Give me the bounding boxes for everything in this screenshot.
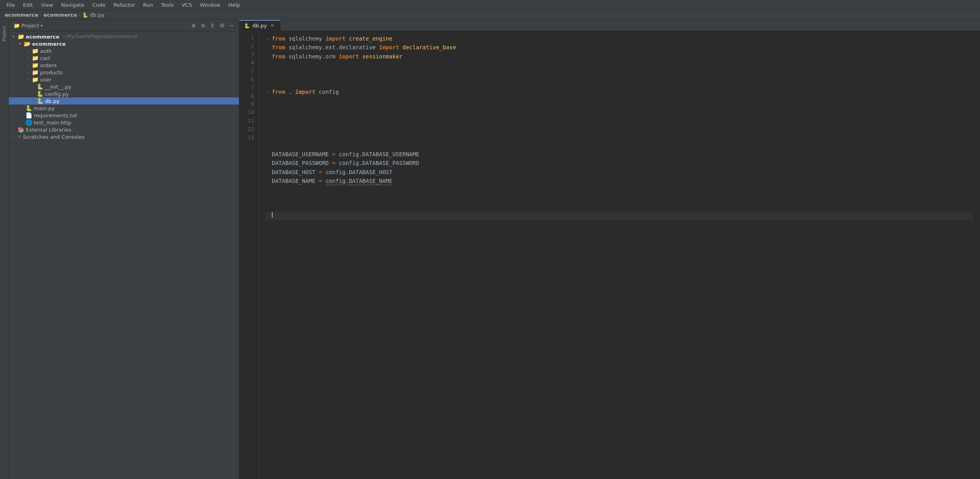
tree-orders[interactable]: › 📁 orders (9, 62, 239, 69)
var-db-host: DATABASE_HOST (272, 168, 319, 176)
tree-test-http[interactable]: 🌐 test_main.http (9, 119, 239, 126)
tree-config-label: config.py (45, 91, 69, 97)
line-num-6: 6 (242, 76, 254, 84)
kw-from-3: from (272, 52, 289, 61)
tree-root-label: ecommerce (26, 34, 59, 40)
tree-arrow-cart: › (25, 56, 31, 60)
tree-orders-label: orders (40, 62, 56, 68)
menu-run[interactable]: Run (140, 1, 156, 9)
line-num-7: 7 (242, 84, 254, 92)
fold-gutter-8 (265, 152, 272, 158)
tree-arrow-auth: › (25, 49, 31, 53)
code-line-8: DATABASE_USERNAME = config.DATABASE_USER… (265, 150, 974, 159)
collapse-all-button[interactable]: ≡ (199, 21, 207, 29)
op-eq-9: = (332, 159, 339, 167)
tree-user-label: user (40, 77, 51, 83)
library-icon: 📚 (17, 126, 24, 133)
fold-gutter-9 (265, 161, 272, 167)
code-line-1: ▾ from sqlalchemy import create_engine (265, 34, 974, 43)
vertical-sidebar: Project (0, 20, 9, 479)
tree-scratch-label: Scratches and Consoles (23, 134, 85, 140)
tree-config-py[interactable]: 🐍 config.py (9, 90, 239, 97)
fold-gutter-6 (265, 99, 272, 105)
tree-external-libs[interactable]: › 📚 External Libraries (9, 126, 239, 133)
settings-button[interactable]: ⚙ (218, 21, 227, 29)
project-panel: 📁 Project ▾ ⊕ ≡ ⇕ ⚙ − ▾ 📁 ecommerce ~/Py… (9, 20, 239, 479)
tab-close-button[interactable]: ✕ (269, 23, 275, 29)
menu-file[interactable]: File (3, 1, 18, 9)
tree-db-py[interactable]: 🐍 db.py (9, 97, 239, 105)
menu-window[interactable]: Window (197, 1, 223, 9)
tree-main-py[interactable]: 🐍 main.py (9, 105, 239, 112)
fold-gutter-4 (265, 63, 272, 69)
fold-gutter-13 (265, 213, 272, 220)
menu-code[interactable]: Code (89, 1, 108, 9)
code-line-12 (265, 186, 974, 212)
fold-gutter-7 (265, 125, 272, 132)
root-folder-icon: 📁 (17, 33, 24, 40)
http-icon: 🌐 (25, 119, 32, 126)
code-line-2: from sqlalchemy.ext.declarative import d… (265, 43, 974, 52)
breadcrumb-filename: db.py (90, 12, 105, 18)
menu-tools[interactable]: Tools (158, 1, 177, 9)
tab-label: db.py (252, 23, 267, 29)
kw2-import-5: import (295, 87, 319, 96)
mod-sqlalchemy-1: sqlalchemy (289, 34, 325, 43)
line-num-3: 3 (242, 51, 254, 59)
add-content-root-button[interactable]: ⊕ (190, 21, 198, 29)
func-create-engine: create_engine (349, 34, 393, 43)
tree-ext-label: External Libraries (26, 127, 71, 133)
tree-root[interactable]: ▾ 📁 ecommerce ~/PycharmProjects/ecommerc… (9, 33, 239, 40)
line-num-2: 2 (242, 43, 254, 51)
menu-refactor[interactable]: Refactor (110, 1, 138, 9)
menu-view[interactable]: View (38, 1, 56, 9)
menu-help[interactable]: Help (225, 1, 243, 9)
op-eq-8: = (332, 150, 339, 159)
expand-all-button[interactable]: ⇕ (209, 21, 217, 29)
config-db-username: config.DATABASE_USERNAME (339, 150, 419, 159)
code-line-10: DATABASE_HOST = config.DATABASE_HOST (265, 168, 974, 176)
panel-title-button[interactable]: 📁 Project ▾ (12, 22, 45, 29)
fold-gutter-5[interactable]: ▾ (265, 89, 272, 96)
minimize-button[interactable]: − (228, 21, 236, 29)
tree-products[interactable]: › 📁 products (9, 69, 239, 76)
requirements-icon: 📄 (25, 112, 32, 118)
tree-cart-label: cart (40, 55, 50, 61)
code-line-11: DATABASE_NAME = config.DATABASE_NAME (265, 176, 974, 185)
tree-ecommerce-folder[interactable]: ▾ 📂 ecommerce (9, 40, 239, 47)
menu-navigate[interactable]: Navigate (58, 1, 87, 9)
breadcrumb-file[interactable]: 🐍 db.py (82, 12, 105, 18)
tree-cart[interactable]: › 📁 cart (9, 54, 239, 62)
tab-db-py[interactable]: 🐍 db.py ✕ (239, 20, 281, 31)
tree-user[interactable]: › 📁 user (9, 76, 239, 83)
var-db-name: DATABASE_NAME (272, 176, 319, 185)
code-line-13 (265, 212, 974, 220)
tree-init-py[interactable]: 🐍 __init__.py (9, 83, 239, 90)
orders-folder-icon: 📁 (32, 62, 39, 68)
breadcrumb-parent[interactable]: ecommerce (44, 12, 77, 18)
tree-arrow-scratch: › (10, 135, 17, 139)
var-db-password: DATABASE_PASSWORD (272, 159, 332, 167)
tree-db-label: db.py (45, 98, 60, 104)
panel-tools: ⊕ ≡ ⇕ ⚙ − (190, 21, 236, 29)
code-line-5: ▾ from . import config (265, 87, 974, 96)
menu-edit[interactable]: Edit (20, 1, 36, 9)
editor-area: 🐍 db.py ✕ 1 2 3 4 5 6 7 8 9 10 11 12 13 (239, 20, 980, 479)
mod-sqlalchemy-ext: sqlalchemy.ext.declarative (289, 43, 379, 52)
tree-requirements[interactable]: 📄 requirements.txt (9, 112, 239, 119)
menu-bar: File Edit View Navigate Code Refactor Ru… (0, 0, 980, 10)
tree-scratches[interactable]: › ⚡ Scratches and Consoles (9, 133, 239, 140)
code-editor[interactable]: 1 2 3 4 5 6 7 8 9 10 11 12 13 ▾ from sql… (239, 31, 980, 479)
tree-auth[interactable]: › 📁 auth (9, 47, 239, 54)
menu-vcs[interactable]: VCS (178, 1, 195, 9)
line-num-12: 12 (242, 125, 254, 134)
file-tree: ▾ 📁 ecommerce ~/PycharmProjects/ecommerc… (9, 31, 239, 479)
breadcrumb-root[interactable]: ecommerce (5, 12, 38, 18)
code-content[interactable]: ▾ from sqlalchemy import create_engine f… (259, 31, 980, 479)
products-folder-icon: 📁 (32, 69, 39, 76)
func-declarative-base: declarative_base (403, 43, 456, 52)
fold-gutter-2 (265, 45, 272, 51)
kw-import-1: import (325, 34, 349, 43)
fold-gutter-1[interactable]: ▾ (265, 36, 272, 43)
vertical-tab-project[interactable]: Project (1, 23, 8, 45)
